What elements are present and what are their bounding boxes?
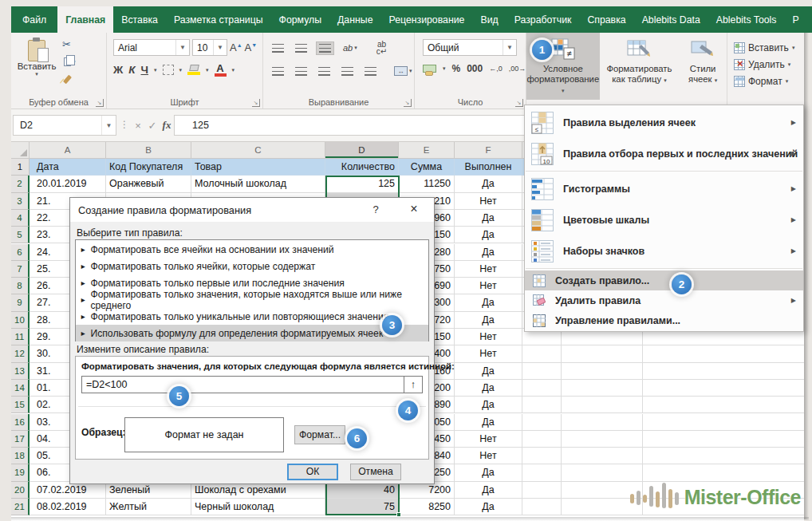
cell[interactable] [522,380,562,397]
col-header-b[interactable]: B [106,142,191,159]
menu-item-icon-sets[interactable]: Наборы значков ▶ [525,235,803,266]
cell[interactable] [562,363,643,380]
cell[interactable]: Нет [455,329,522,345]
decrease-font-button[interactable]: A▼ [245,41,258,53]
increase-font-button[interactable]: A▲ [230,41,242,53]
col-header-a[interactable]: A [30,142,106,159]
tab-truncated[interactable]: P [784,6,806,33]
dialog-close-button[interactable]: × [400,198,428,222]
cell[interactable]: Черный шоколад [191,499,325,515]
row-header[interactable]: 5 [11,227,30,243]
bold-button[interactable]: Ж [113,64,123,76]
percent-style-button[interactable]: % [452,63,461,74]
align-center-button[interactable] [293,65,309,77]
cell[interactable]: Нет [455,193,522,210]
cell[interactable]: Да [455,244,522,261]
wrap-text-button[interactable]: abc↵ [374,39,389,57]
cell[interactable]: Оранжевый [106,176,191,192]
copy-button[interactable]: ▾ [62,55,97,69]
cell[interactable]: Молочный шоколад [191,176,325,192]
cell[interactable]: Да [455,397,522,413]
rule-type-option[interactable]: ►Форматировать только значения, которые … [76,291,428,308]
cell[interactable] [522,414,562,431]
row-header[interactable]: 4 [11,210,30,227]
active-cell[interactable]: 125 [325,176,399,192]
cell[interactable]: Количество [325,159,399,176]
tab-ablebits-data[interactable]: Ablebits Data [634,6,708,33]
increase-indent-button[interactable] [362,65,379,77]
tab-formulas[interactable]: Формулы [271,6,330,33]
format-cells-button[interactable]: Формат▾ [727,73,804,89]
align-top-button[interactable] [270,42,286,54]
row-header[interactable]: 8 [11,278,30,294]
row-header[interactable]: 9 [11,294,30,311]
cell[interactable]: Да [455,499,522,515]
tab-data[interactable]: Данные [329,6,380,33]
select-all-corner[interactable] [11,142,30,159]
align-bottom-button[interactable] [316,41,334,55]
col-header-d[interactable]: D [325,142,399,159]
cell[interactable] [562,464,643,481]
fill-color-button[interactable] [187,65,200,75]
tab-home[interactable]: Главная [57,6,113,33]
row-header[interactable]: 12 [11,345,30,362]
cut-button[interactable]: ✂ [62,37,97,51]
dialog-launcher-icon[interactable]: ↘ [404,99,412,107]
align-middle-button[interactable] [293,42,309,54]
cell[interactable] [562,414,643,431]
format-as-table-button[interactable]: Форматировать как таблицу ▾ [600,33,680,100]
format-painter-button[interactable] [62,73,97,86]
menu-item-top-bottom-rules[interactable]: 10 Правила отбора первых и последних зна… [525,138,803,169]
orientation-button[interactable]: ab▾ [341,41,360,54]
col-header-f[interactable]: F [455,142,522,159]
font-color-button[interactable]: А [215,63,227,77]
dialog-launcher-icon[interactable]: ↘ [252,99,260,107]
merge-center-button[interactable]: ↔▾ [392,65,415,77]
cell[interactable]: Желтый [106,499,191,515]
cell[interactable] [562,345,643,362]
rule-type-option[interactable]: ►Форматировать только ячейки, которые со… [76,258,428,274]
row-header[interactable]: 10 [11,312,30,329]
cell[interactable] [522,345,562,362]
cell[interactable]: Нет [455,448,522,464]
row-header[interactable]: 14 [11,380,30,397]
row-header[interactable]: 13 [11,363,30,380]
cell[interactable]: 08.02.2019 [30,499,106,515]
cell[interactable]: Да [455,227,522,243]
paste-button[interactable]: Вставить ▾ [16,37,57,93]
dialog-launcher-icon[interactable]: ↘ [515,99,523,107]
underline-button[interactable]: Ч [141,64,149,76]
cell[interactable]: Нет [455,278,522,294]
tab-ablebits-tools[interactable]: Ablebits Tools [708,6,785,33]
row-header[interactable]: 21 [11,499,30,515]
name-box[interactable]: D2 ▼ [13,115,116,136]
dialog-help-button[interactable]: ? [364,198,388,222]
cell[interactable] [562,431,643,448]
cancel-entry-button[interactable]: × [131,115,145,136]
number-format-combo[interactable]: Общий▼ [423,39,517,56]
cell[interactable]: Нет [455,261,522,278]
cancel-button[interactable]: Отмена [350,464,401,480]
row-header[interactable]: 17 [11,431,30,448]
row-header[interactable]: 20 [11,482,30,499]
accounting-format-button[interactable] [423,65,436,73]
cell[interactable]: Нет [455,345,522,362]
tab-review[interactable]: Рецензирование [380,6,472,33]
decrease-indent-button[interactable] [339,65,356,77]
tab-page-layout[interactable]: Разметка страницы [166,6,271,33]
menu-item-new-rule[interactable]: Создать правило... [525,270,803,290]
tab-view[interactable]: Вид [472,6,506,33]
row-header[interactable]: 3 [11,193,30,210]
row-header[interactable]: 6 [11,244,30,261]
menu-item-color-scales[interactable]: Цветовые шкалы ▶ [525,204,803,235]
rule-type-option[interactable]: ►Форматировать все ячейки на основании и… [76,241,428,258]
tab-developer[interactable]: Разработчик [507,6,580,33]
cell[interactable]: 75 [325,499,399,515]
rule-type-option-selected[interactable]: ►Использовать формулу для определения фо… [76,325,428,341]
cell[interactable]: Да [455,464,522,481]
align-right-button[interactable] [316,65,333,77]
cell[interactable]: 8250 [399,499,455,515]
menu-item-data-bars[interactable]: Гистограммы ▶ [525,173,803,204]
cell[interactable] [522,464,562,481]
col-header-c[interactable]: C [191,142,325,159]
